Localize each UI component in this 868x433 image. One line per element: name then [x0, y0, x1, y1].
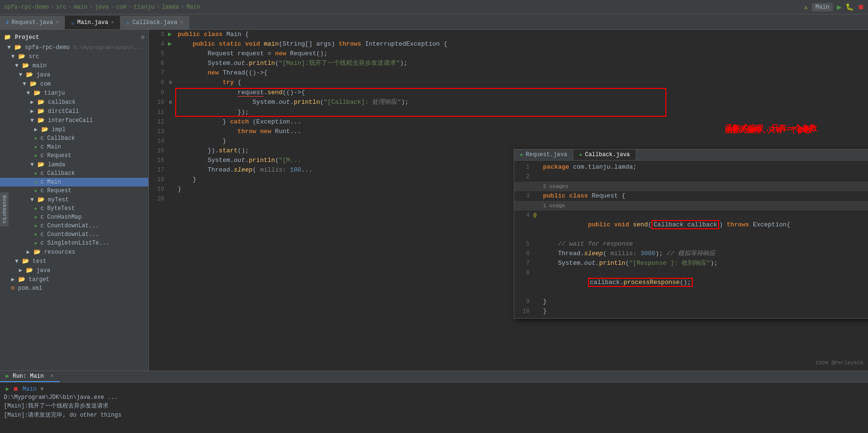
code-line-10: 10 ⏸ System.out.println("[Callback]: 处理响… [149, 98, 868, 108]
code-line-13: 13 throw new Runt... [149, 127, 868, 136]
sidebar-item-pom[interactable]: m pom.xml [0, 284, 148, 293]
tab-label-request: Request.java [12, 19, 53, 26]
popup-tab-request[interactable]: ● Request.java [514, 149, 573, 160]
close-run-tab[interactable]: × [50, 373, 53, 380]
breadcrumb-lamda[interactable]: lamda [162, 4, 179, 11]
output-line-1: D:\Myprogram\JDK\bin\java.exe ... [4, 394, 864, 401]
code-line-4: 4 ▶ public static void main(String[] arg… [149, 39, 868, 49]
breadcrumb-java[interactable]: java [95, 4, 109, 11]
breadcrumb-src[interactable]: src [56, 4, 67, 11]
run-play-icon[interactable]: ▶ [6, 385, 9, 393]
main-file-icon: ☕ [71, 19, 74, 26]
tab-bar: J Request.java × ☕ Main.java × ☕ Callbac… [0, 14, 868, 30]
sidebar-item-singletonlist[interactable]: ● C SingletonListTe... [0, 239, 148, 247]
sidebar-item-callback-class-if[interactable]: ● C Callback [0, 134, 148, 143]
popup-code: 1 package com.tianju.lamda; 2 2 usages 3 [514, 161, 868, 318]
sidebar-item-main-class-if[interactable]: ● C Main [0, 143, 148, 151]
sidebar-item-lamda-folder[interactable]: ▼ 📂 lamda [0, 160, 148, 169]
breadcrumb: spfa-rpc-demo › src › main › java › com … [4, 4, 200, 11]
popup-line-8: 8 callback.processResponse(); [514, 268, 868, 297]
code-line-7: 7 new Thread(()->{ [149, 68, 868, 78]
run-tab-label: Run: Main [12, 373, 44, 380]
sidebar-item-callback-lamda[interactable]: ● C Callback [0, 169, 148, 178]
tab-label-callback: Callback.java [133, 19, 178, 26]
popup-line-4: 4 @ public void send(Callback callback) … [514, 210, 868, 239]
top-right-controls: ⚠ Main ▶ 🐛 ⏹ [804, 2, 864, 12]
popup-line-6: 6 Thread.sleep( millis: 3000); // 模拟等待响应 [514, 249, 868, 259]
output-line-2: [Main]:我开了一个线程去异步发送请求 [4, 401, 864, 410]
sidebar-header: 📁 Project ⚙ [0, 32, 148, 43]
sidebar-item-resources[interactable]: ▶ 📂 resources [0, 247, 148, 257]
popup-usages-label: 2 usages [514, 182, 868, 191]
close-tab-main[interactable]: × [111, 20, 114, 25]
popup-line-7: 7 System.out.println("[Response ]: 收到响应"… [514, 259, 868, 268]
popup-tab-label-request: Request.java [526, 151, 567, 158]
popup-line-10: 10 } [514, 307, 868, 316]
run-button[interactable]: ▶ [837, 2, 842, 12]
close-tab-callback[interactable]: × [180, 20, 183, 25]
sidebar-item-target[interactable]: ▶ 📂 target [0, 275, 148, 284]
popup-line-3: 3 public class Request { [514, 191, 868, 201]
run-icon: ▶ [6, 373, 9, 380]
sidebar-item-callback-folder[interactable]: ▶ 📂 callback [0, 98, 148, 107]
tab-callback-java[interactable]: ☕ Callback.java × [121, 16, 190, 29]
popup-line-9: 9 } [514, 297, 868, 307]
code-area[interactable]: 3 ▶ public class Main { 4 ▶ public stati… [149, 30, 868, 371]
main-layout: 📁 Project ⚙ ▼ 📂 spfa-rpc-demo D:\Myprogr… [0, 30, 868, 371]
sidebar-item-countdownlat2[interactable]: ● C CountdownLat... [0, 230, 148, 239]
run-stop-icon[interactable]: ⏹ [13, 385, 19, 393]
sidebar-item-mytest[interactable]: ▼ 📂 myTest [0, 195, 148, 204]
project-icon: 📁 [4, 34, 11, 41]
red-box-section: 9 request.send(()->{ 10 ⏸ System.out.pri… [149, 88, 868, 117]
sidebar-item-com[interactable]: ▼ 📂 com [0, 79, 148, 88]
popup-line-1: 1 package com.tianju.lamda; [514, 162, 868, 172]
sidebar-item-request-class-if[interactable]: ● C Request [0, 151, 148, 160]
sidebar-item-main[interactable]: ▼ 📂 main [0, 61, 148, 70]
sidebar-item-tianju[interactable]: ▼ 📂 tianju [0, 88, 148, 98]
popup-tabs: ● Request.java ● Callback.java [514, 149, 868, 161]
popup-line-5: 5 // wait for response [514, 239, 868, 249]
breadcrumb-class[interactable]: Main [186, 4, 200, 11]
run-config-link[interactable]: Main [23, 386, 36, 393]
breadcrumb-project[interactable]: spfa-rpc-demo [4, 4, 49, 11]
breadcrumb-tianju[interactable]: tianju [133, 4, 154, 11]
breadcrumb-com[interactable]: com [116, 4, 127, 11]
sidebar-item-test[interactable]: ▼ 📂 test [0, 257, 148, 266]
sidebar-item-interfacecall[interactable]: ▼ 📂 interfaceCall [0, 116, 148, 125]
sidebar-item-test-java[interactable]: ▶ 📂 java [0, 266, 148, 275]
sidebar-item-bytetest[interactable]: ● C ByteTest [0, 204, 148, 213]
tab-main-java[interactable]: ☕ Main.java × [65, 16, 120, 29]
tab-request-java[interactable]: J Request.java × [0, 16, 65, 29]
breadcrumb-main[interactable]: main [74, 4, 88, 11]
sidebar-item-main-lamda[interactable]: ● C Main [0, 178, 148, 186]
debug-button[interactable]: 🐛 [845, 3, 854, 11]
sidebar-item-request-lamda[interactable]: ● C Request [0, 186, 148, 195]
sidebar-item-countdownlat1[interactable]: ● C CountdownLat... [0, 222, 148, 230]
sidebar-item-spfa-rpc-demo[interactable]: ▼ 📂 spfa-rpc-demo D:\Myprogram\xunpu\... [0, 43, 148, 52]
sidebar-item-conhashmap[interactable]: ● C ConHashMap [0, 213, 148, 222]
code-line-5: 5 Request request = new Request(); [149, 49, 868, 59]
popup-tab-callback[interactable]: ● Callback.java [573, 149, 636, 160]
sidebar-actions: ⚙ [141, 34, 145, 41]
bottom-tabs: ▶ Run: Main × [0, 371, 868, 383]
bookmarks-tab[interactable]: Bookmarks [0, 192, 9, 226]
bottom-tab-run[interactable]: ▶ Run: Main × [0, 371, 60, 382]
sidebar-item-java[interactable]: ▼ 📂 java [0, 70, 148, 79]
code-line-14: 14 } [149, 136, 868, 146]
close-tab-request[interactable]: × [56, 20, 59, 25]
sidebar-item-src[interactable]: ▼ 📂 src [0, 52, 148, 61]
stop-button[interactable]: ⏹ [857, 3, 864, 11]
watermark: CSDN @Perley620 [816, 360, 863, 366]
bottom-content: ▶ ⏹ Main × D:\Myprogram\JDK\bin\java.exe… [0, 383, 868, 433]
warn-icon: ⚠ [804, 3, 808, 11]
callback-file-icon: ☕ [126, 19, 130, 26]
top-bar: spfa-rpc-demo › src › main › java › com … [0, 0, 868, 14]
expand-icon: ▼ [7, 44, 11, 51]
request-dot-icon: ● [520, 152, 523, 158]
project-title: Project [15, 34, 39, 41]
code-line-9: 9 request.send(()->{ [149, 88, 868, 98]
sidebar-item-dirctcall[interactable]: ▶ 📂 dirctCall [0, 107, 148, 116]
java-file-icon: J [6, 20, 9, 25]
sidebar-item-impl[interactable]: ▶ 📂 impl [0, 125, 148, 134]
code-line-8: 8 ⏸ try { [149, 78, 868, 88]
